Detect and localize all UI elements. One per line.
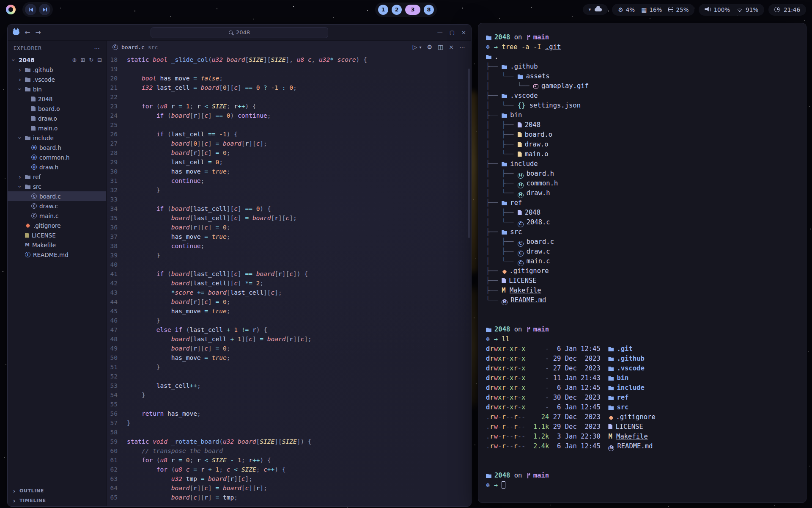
file-icon [31, 106, 36, 111]
tree-item-board.c[interactable]: ›Cboard.c [8, 191, 106, 201]
clock-widget[interactable]: 21:46 [768, 4, 806, 16]
tree-item-2048[interactable]: ›2048⊕⊞↻⊟ [8, 55, 106, 65]
new-folder-button[interactable]: ⊞ [80, 57, 85, 63]
breadcrumb[interactable]: C board.c src [112, 44, 158, 50]
workspace-2[interactable]: 2 [392, 5, 402, 15]
launcher-icon[interactable] [6, 5, 16, 14]
tree-item-board.o[interactable]: ›board.o [8, 104, 106, 113]
minimize-button[interactable]: — [437, 29, 443, 36]
tree-item-board.h[interactable]: ›Hboard.h [8, 143, 106, 152]
tree-item-label: README.md [33, 251, 69, 258]
tree-item-draw.o[interactable]: ›draw.o [8, 113, 106, 123]
back-button[interactable]: ← [25, 28, 30, 36]
outline-section[interactable]: › OUTLINE [8, 486, 106, 496]
h-icon: H [31, 145, 37, 150]
terminal-line: ├── .gitignore [486, 266, 798, 276]
timeline-section[interactable]: › TIMELINE [8, 496, 106, 505]
tree-item-Makefile[interactable]: ›MMakefile [8, 240, 106, 250]
settings-gear-icon[interactable]: ⚙ [427, 44, 432, 50]
terminal-line: │ └── C2048.c [486, 218, 798, 227]
code-line-50: 50 has_move = true; [107, 353, 471, 362]
close-button[interactable]: × [461, 29, 466, 36]
code-line-49: 49 board[r][c] = 0; [107, 344, 471, 353]
ic-folder [502, 201, 507, 205]
tree-item-.github[interactable]: ›.github [8, 65, 106, 75]
forward-button[interactable]: → [35, 28, 41, 36]
code-line-46: 46 } [107, 316, 471, 325]
run-button[interactable]: ▷ [413, 44, 417, 50]
tree-item-label: .gitignore [33, 222, 61, 229]
code-line-60: 60 // transpose the board [107, 446, 471, 456]
ic-folder [518, 74, 523, 79]
terminal-line: ├── bin [486, 110, 798, 120]
workspace-3[interactable]: 3 [405, 5, 420, 15]
tree-item-.vscode[interactable]: ›.vscode [8, 75, 106, 84]
tree-item-common.h[interactable]: ›Hcommon.h [8, 152, 106, 162]
chevron-right-icon: › [17, 76, 22, 83]
chevron-right-icon: › [12, 488, 17, 494]
explorer-sidebar: EXPLORER ⋯ ›2048⊕⊞↻⊟›.github›.vscode›bin… [8, 41, 107, 506]
clock-time: 21:46 [784, 6, 800, 13]
weather-widget[interactable]: ▾ [583, 4, 608, 15]
tree-item-label: 2048 [38, 96, 52, 102]
tree-item-bin[interactable]: ›bin [8, 84, 106, 94]
scrollbar-thumb[interactable] [468, 69, 470, 238]
media-next-button[interactable] [39, 4, 50, 15]
media-prev-button[interactable] [25, 4, 36, 15]
tree-item-.gitignore[interactable]: ›.gitignore [8, 221, 106, 230]
ic-branch [526, 35, 530, 40]
code-line-45: 45 has_move = true; [107, 306, 471, 316]
tree-item-include[interactable]: ›include [8, 133, 106, 143]
make-icon: M [25, 242, 30, 248]
tree-item-draw.h[interactable]: ›Hdraw.h [8, 162, 106, 172]
more-actions-button[interactable]: ⋯ [459, 44, 465, 50]
tree-item-README.md[interactable]: ›iREADME.md [8, 250, 106, 260]
workspace-1[interactable]: 1 [378, 5, 388, 15]
ic-folder [608, 366, 614, 371]
ic-file [518, 142, 522, 147]
collapse-folders-button[interactable]: ⊟ [97, 57, 102, 63]
workspaces: 1238 [375, 3, 437, 17]
tree-item-LICENSE[interactable]: ›LICENSE [8, 230, 106, 240]
code-editor[interactable]: 18static bool _slide_col(u32 board[SIZE]… [107, 53, 471, 506]
split-editor-button[interactable]: ◫ [438, 44, 443, 50]
editor-titlebar[interactable]: ← → 2048 — ▢ × [8, 25, 471, 41]
terminal-line: 2048 on main [486, 33, 798, 42]
tree-item-src[interactable]: ›src [8, 182, 106, 191]
run-dropdown-icon[interactable]: ▾ [419, 45, 421, 50]
h-icon: H [31, 164, 37, 170]
timeline-label: TIMELINE [19, 498, 46, 503]
volume-value: 100% [713, 6, 730, 13]
ram-value: 16% [649, 6, 662, 13]
explorer-more-button[interactable]: ⋯ [94, 45, 100, 52]
caret-down-icon: ▾ [589, 7, 591, 12]
terminal-line: .rw-r--r-- 1.1k 29 Dec 2023 LICENSE [486, 422, 798, 432]
maximize-button[interactable]: ▢ [450, 29, 455, 36]
code-line-20: 20 bool has_move = false; [107, 74, 471, 83]
wifi-stat[interactable]: 91% [736, 6, 758, 13]
tree-item-ref[interactable]: ›ref [8, 172, 106, 182]
tree-item-main.c[interactable]: ›Cmain.c [8, 211, 106, 221]
volume-stat[interactable]: 100% [705, 6, 730, 13]
tree-item-label: board.h [39, 144, 61, 151]
ic-file [518, 122, 522, 127]
tree-item-draw.c[interactable]: ›Cdraw.c [8, 201, 106, 211]
ic-branch [526, 327, 530, 332]
tree-item-main.o[interactable]: ›main.o [8, 123, 106, 133]
code-line-61: 61 for (u8 r = 0; r < SIZE - 1; r++) { [107, 456, 471, 465]
tree-item-2048[interactable]: ›2048 [8, 94, 106, 104]
chevron-down-icon: › [10, 58, 17, 63]
editor-scrollbar[interactable] [467, 53, 471, 506]
new-file-button[interactable]: ⊕ [72, 57, 77, 63]
refresh-explorer-button[interactable]: ↻ [89, 57, 93, 63]
skip-next-icon [43, 8, 47, 12]
memory-icon: ▦ [641, 7, 647, 13]
tree-item-label: .github [33, 66, 53, 73]
command-center-search[interactable]: 2048 [151, 27, 328, 38]
folder-icon [25, 174, 30, 179]
close-editor-button[interactable]: × [449, 44, 454, 50]
workspace-8[interactable]: 8 [424, 5, 434, 15]
code-line-53: 53 last_cell++; [107, 381, 471, 390]
code-line-58: 58 [107, 428, 471, 437]
terminal-window[interactable]: 2048 on main❄ → tree -a -I .git.├── .git… [478, 23, 807, 503]
